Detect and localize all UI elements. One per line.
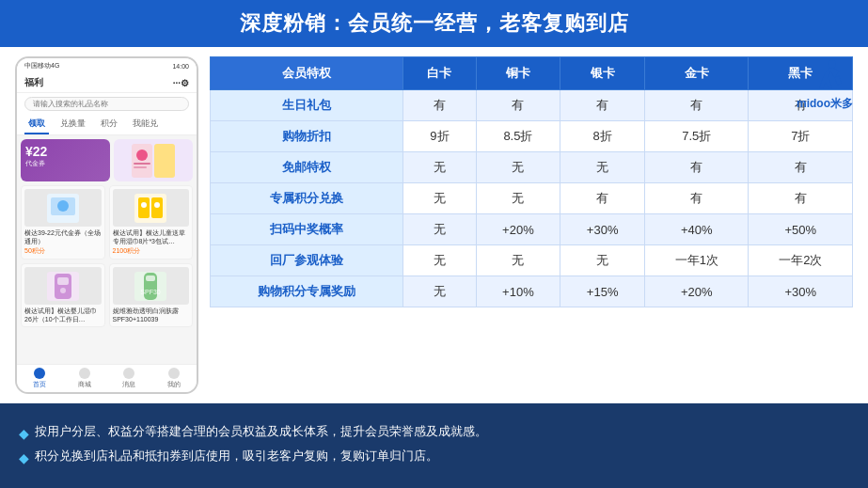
midoo-logo-icon — [806, 56, 844, 94]
product-img-3 — [24, 267, 102, 305]
table-cell-r2-c5: 有 — [749, 152, 853, 183]
table-cell-r4-c2: +20% — [476, 214, 560, 245]
table-cell-r0-c0: 生日礼包 — [211, 90, 403, 121]
table-row: 专属积分兑换无无有有有 — [211, 183, 853, 214]
product-row-2: 横达试用】横达婴儿湿巾26片（10个工作日… SPF30 妮维雅劲透明白润肤露S… — [21, 263, 193, 327]
table-cell-r4-c4: +40% — [645, 214, 749, 245]
product-card-1: 横达39-22元代金券（全场通用） 50积分 — [21, 185, 105, 260]
svg-point-0 — [829, 60, 836, 68]
table-cell-r3-c5: 有 — [749, 183, 853, 214]
table-cell-r3-c3: 有 — [560, 183, 645, 214]
table-cell-r2-c1: 无 — [403, 152, 476, 183]
table-cell-r0-c3: 有 — [560, 90, 645, 121]
coupon-row: ¥22 代金券 — [21, 139, 193, 181]
table-cell-r2-c3: 无 — [560, 152, 645, 183]
svg-rect-2 — [154, 144, 175, 178]
phone-search-input[interactable] — [24, 97, 189, 111]
footer-text-1: 积分兑换到店礼品和抵扣券到店使用，吸引老客户复购，复购订单归门店。 — [35, 446, 438, 467]
shop-icon — [79, 368, 90, 379]
phone-tab-wonengdui[interactable]: 我能兑 — [129, 115, 162, 134]
product-title-2: 横达试用】横达儿童送草专用湿巾8片*3包试… — [113, 228, 190, 245]
product-title-4: 妮维雅劲透明白润肤露SPF30+110039 — [113, 307, 190, 323]
table-cell-r6-c3: +15% — [560, 276, 645, 307]
diamond-icon-1: ◆ — [19, 447, 29, 470]
table-cell-r3-c2: 无 — [476, 183, 560, 214]
coupon-amount: ¥22 — [25, 144, 105, 159]
product-row-1: 横达39-22元代金券（全场通用） 50积分 横达试用】横达儿童送草专用湿巾8 — [21, 185, 193, 260]
table-cell-r6-c5: +30% — [749, 276, 853, 307]
phone-nav-bar: 福利 ···⚙ — [17, 73, 197, 93]
phone-tab-jifen[interactable]: 积分 — [97, 115, 121, 134]
table-cell-r5-c2: 无 — [476, 245, 560, 276]
col-header-silver: 银卡 — [560, 57, 645, 90]
table-row: 购物折扣9折8.5折8折7.5折7折 — [211, 121, 853, 152]
phone-nav-shop[interactable]: 商城 — [62, 368, 107, 389]
table-cell-r4-c0: 扫码中奖概率 — [211, 214, 403, 245]
table-row: 回厂参观体验无无无一年1次一年2次 — [211, 245, 853, 276]
table-cell-r6-c1: 无 — [403, 276, 476, 307]
table-cell-r0-c1: 有 — [403, 90, 476, 121]
table-cell-r2-c4: 有 — [645, 152, 749, 183]
svg-rect-20 — [146, 275, 155, 281]
carrier-label: 中国移动4G — [24, 61, 59, 71]
svg-rect-5 — [134, 166, 147, 168]
svg-rect-4 — [134, 163, 150, 165]
product-title-3: 横达试用】横达婴儿湿巾26片（10个工作日… — [24, 307, 102, 323]
phone-mockup: 中国移动4G 14:00 福利 ···⚙ 领取 兑换量 积分 我能兑 ¥22 代… — [15, 56, 198, 394]
table-cell-r3-c1: 无 — [403, 183, 476, 214]
table-cell-r5-c3: 无 — [560, 245, 645, 276]
time-label: 14:00 — [172, 63, 189, 70]
footer-item-1: ◆积分兑换到店礼品和抵扣券到店使用，吸引老客户复购，复购订单归门店。 — [19, 446, 849, 470]
table-cell-r0-c2: 有 — [476, 90, 560, 121]
table-cell-r5-c5: 一年2次 — [749, 245, 853, 276]
table-body: 生日礼包有有有有有购物折扣9折8.5折8折7.5折7折免邮特权无无无有有专属积分… — [211, 90, 853, 307]
product-img-1 — [24, 189, 102, 227]
table-cell-r4-c3: +30% — [560, 214, 645, 245]
membership-table-container: 会员特权 白卡 铜卡 银卡 金卡 黑卡 生日礼包有有有有有购物折扣9折8.5折8… — [210, 56, 853, 394]
product-points-2: 2100积分 — [113, 246, 190, 256]
table-cell-r4-c1: 无 — [403, 214, 476, 245]
table-row: 扫码中奖概率无+20%+30%+40%+50% — [211, 214, 853, 245]
table-cell-r1-c3: 8折 — [560, 121, 645, 152]
svg-point-8 — [57, 200, 69, 212]
message-icon — [123, 368, 134, 379]
nav-icons: ···⚙ — [173, 78, 189, 88]
phone-tab-duihuanliang[interactable]: 兑换量 — [56, 115, 89, 134]
footer: ◆按用户分层、权益分等搭建合理的会员权益及成长体系，提升会员荣誉感及成就感。◆积… — [0, 403, 868, 488]
table-cell-r3-c0: 专属积分兑换 — [211, 183, 403, 214]
table-cell-r1-c4: 7.5折 — [645, 121, 749, 152]
table-cell-r5-c4: 一年1次 — [645, 245, 749, 276]
phone-nav-home[interactable]: 首页 — [17, 368, 62, 389]
diamond-icon-0: ◆ — [19, 422, 29, 446]
table-cell-r2-c2: 无 — [476, 152, 560, 183]
phone-content: ¥22 代金券 — [17, 135, 197, 364]
home-icon — [34, 368, 45, 379]
table-cell-r6-c4: +20% — [645, 276, 749, 307]
footer-text-0: 按用户分层、权益分等搭建合理的会员权益及成长体系，提升会员荣誉感及成就感。 — [35, 421, 487, 443]
membership-table: 会员特权 白卡 铜卡 银卡 金卡 黑卡 生日礼包有有有有有购物折扣9折8.5折8… — [210, 56, 853, 307]
coupon-card: ¥22 代金券 — [21, 139, 110, 181]
coupon-label: 代金券 — [25, 159, 105, 168]
table-cell-r5-c0: 回厂参观体验 — [211, 245, 403, 276]
col-header-privilege: 会员特权 — [211, 57, 403, 90]
main-content: 中国移动4G 14:00 福利 ···⚙ 领取 兑换量 积分 我能兑 ¥22 代… — [0, 47, 868, 403]
nav-title: 福利 — [24, 76, 43, 89]
coupon-card-img — [114, 139, 194, 181]
table-cell-r1-c2: 8.5折 — [476, 121, 560, 152]
phone-nav-message[interactable]: 消息 — [107, 368, 152, 389]
product-card-4: SPF30 妮维雅劲透明白润肤露SPF30+110039 — [109, 263, 194, 327]
product-card-2: 横达试用】横达儿童送草专用湿巾8片*3包试… 2100积分 — [109, 185, 194, 260]
svg-rect-16 — [57, 277, 69, 285]
footer-item-0: ◆按用户分层、权益分等搭建合理的会员权益及成长体系，提升会员荣誉感及成就感。 — [19, 421, 849, 446]
phone-nav-mine[interactable]: 我的 — [151, 368, 197, 389]
table-cell-r1-c1: 9折 — [403, 121, 476, 152]
logo-text: midoo米多 — [797, 96, 853, 112]
page-title: 深度粉销：会员统一经营，老客复购到店 — [0, 0, 868, 47]
svg-point-3 — [136, 150, 148, 161]
phone-tab-lingqu[interactable]: 领取 — [24, 115, 49, 134]
logo-area: midoo米多 — [797, 56, 853, 112]
table-cell-r1-c0: 购物折扣 — [211, 121, 403, 152]
mine-icon — [168, 368, 180, 379]
phone-status-bar: 中国移动4G 14:00 — [17, 58, 197, 73]
phone-search-area — [17, 93, 197, 115]
